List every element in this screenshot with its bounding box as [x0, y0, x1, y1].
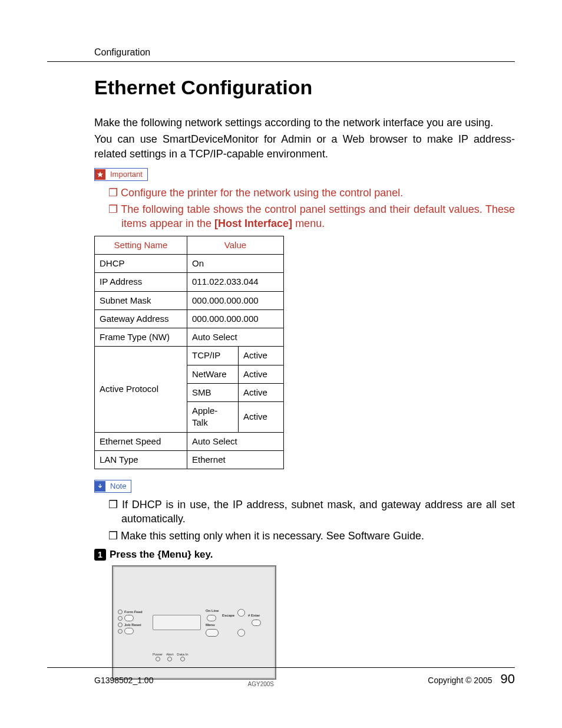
cell-proto: SMB — [187, 383, 239, 401]
important-item-1: Configure the printer for the network us… — [108, 186, 515, 200]
step-text: Press the {Menu} key. — [110, 549, 213, 561]
panel-datain-label: Data In — [177, 653, 188, 656]
enter-button — [252, 620, 261, 626]
step-prefix: Press the — [110, 549, 157, 560]
page-title: Ethernet Configuration — [94, 76, 515, 99]
panel-alert-label: Alert — [166, 653, 173, 656]
led-icon — [118, 610, 123, 614]
important-callout: Important — [94, 168, 148, 181]
panel-online-label: On Line — [206, 609, 219, 612]
th-value: Value — [187, 236, 284, 254]
step-number-badge: 1 — [94, 549, 106, 561]
cell-active-protocol: Active Protocol — [95, 347, 187, 432]
note-item-1: If DHCP is in use, the IP address, subne… — [108, 498, 515, 526]
menu-key-label: Menu — [161, 549, 187, 560]
table-row: Gateway Address 000.000.000.000 — [95, 309, 284, 328]
page-footer: G1398502_1.00 Copyright © 2005 90 — [47, 667, 515, 687]
bracket-open: { — [157, 549, 161, 560]
table-row: IP Address 011.022.033.044 — [95, 273, 284, 291]
cell-value: 000.000.000.000 — [187, 291, 284, 309]
cell-name: Gateway Address — [95, 309, 187, 328]
arrow-down-icon — [95, 481, 105, 492]
power-led-icon — [156, 657, 160, 661]
step-suffix: key. — [191, 549, 213, 560]
settings-table: Setting Name Value DHCP On IP Address 01… — [94, 236, 284, 469]
panel-form-feed-label: Form Feed — [124, 610, 143, 614]
table-row: Active Protocol TCP/IP Active — [95, 347, 284, 365]
table-header-row: Setting Name Value — [95, 236, 284, 254]
note-callout: Note — [94, 480, 131, 493]
important-list: Configure the printer for the network us… — [94, 186, 515, 231]
important-item-2-text-b: menu. — [292, 218, 325, 229]
footer-copyright: Copyright © 2005 — [428, 676, 492, 685]
cell-name: Ethernet Speed — [95, 432, 187, 450]
alert-led-icon — [167, 657, 172, 661]
cell-name: Frame Type (NW) — [95, 328, 187, 347]
panel-left-group: Form Feed Job Reset — [118, 609, 150, 635]
cell-name: LAN Type — [95, 450, 187, 469]
important-item-2: The following table shows the control pa… — [108, 202, 515, 231]
table-row: Subnet Mask 000.000.000.000 — [95, 291, 284, 309]
panel-menu-label: Menu — [206, 623, 215, 627]
cell-state: Active — [239, 365, 284, 383]
footer-rule — [47, 667, 515, 668]
table-row: Ethernet Speed Auto Select — [95, 432, 284, 450]
panel-lcd-group: Power Alert Data In — [153, 609, 201, 661]
up-arrow-button — [237, 609, 245, 617]
cell-proto: TCP/IP — [187, 347, 239, 365]
online-button — [207, 615, 216, 621]
intro-paragraph-2: You can use SmartDeviceMonitor for Admin… — [94, 132, 515, 161]
body-content: Make the following network settings acco… — [94, 116, 515, 543]
footer-page-number: 90 — [501, 671, 515, 687]
cell-name: IP Address — [95, 273, 187, 291]
important-label: Important — [105, 169, 147, 180]
star-icon — [95, 169, 105, 180]
svg-marker-0 — [97, 172, 103, 177]
down-arrow-button — [237, 629, 245, 637]
cell-value: 000.000.000.000 — [187, 309, 284, 328]
intro-paragraph-1: Make the following network settings acco… — [94, 116, 515, 130]
th-setting-name: Setting Name — [95, 236, 187, 254]
form-feed-button — [124, 615, 134, 621]
header-rule — [47, 61, 515, 62]
host-interface-bold: [Host Interface] — [214, 218, 292, 229]
printer-control-panel: Form Feed Job Reset Power Alert Data In … — [112, 565, 276, 680]
note-list: If DHCP is in use, the IP address, subne… — [94, 498, 515, 543]
document-page: Configuration Ethernet Configuration Mak… — [0, 0, 562, 728]
footer-doc-id: G1398502_1.00 — [94, 676, 153, 685]
cell-name: Subnet Mask — [95, 291, 187, 309]
cell-value: Auto Select — [187, 432, 284, 450]
panel-job-reset-label: Job Reset — [124, 623, 141, 627]
cell-value: 011.022.033.044 — [187, 273, 284, 291]
table-row: LAN Type Ethernet — [95, 450, 284, 469]
panel-enter-label: # Enter — [248, 614, 260, 617]
cell-proto: NetWare — [187, 365, 239, 383]
cell-name: DHCP — [95, 255, 187, 273]
cell-state: Active — [239, 383, 284, 401]
cell-value: On — [187, 255, 284, 273]
menu-button — [206, 629, 219, 637]
step-1: 1 Press the {Menu} key. — [94, 549, 515, 561]
panel-power-label: Power — [153, 653, 163, 656]
lcd-display — [153, 615, 201, 630]
led-icon — [118, 622, 123, 627]
note-label: Note — [105, 481, 131, 492]
cell-proto: Apple-Talk — [187, 402, 239, 433]
led-icon — [118, 629, 123, 634]
cell-value: Auto Select — [187, 328, 284, 347]
cell-state: Active — [239, 347, 284, 365]
bracket-close: } — [187, 549, 191, 560]
note-item-2: Make this setting only when it is necess… — [108, 529, 515, 543]
panel-escape-label: Escape — [222, 614, 234, 617]
table-row: Frame Type (NW) Auto Select — [95, 328, 284, 347]
job-reset-button — [124, 628, 134, 634]
data-in-led-icon — [180, 657, 185, 661]
table-row: DHCP On — [95, 255, 284, 273]
cell-value: Ethernet — [187, 450, 284, 469]
led-icon — [118, 616, 123, 621]
cell-state: Active — [239, 402, 284, 433]
running-header: Configuration — [94, 47, 515, 61]
